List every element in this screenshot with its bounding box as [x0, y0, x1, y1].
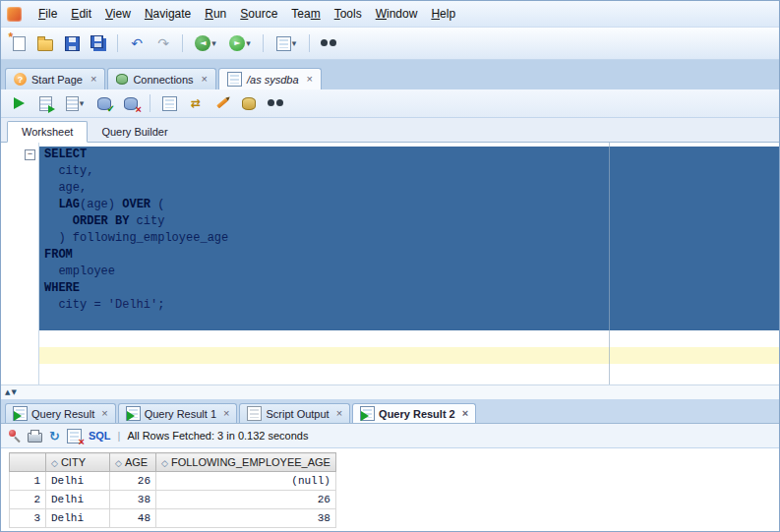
run-statement-icon[interactable] — [7, 91, 30, 115]
cell-city[interactable]: Delhi — [46, 509, 110, 528]
menu-team[interactable]: Team — [284, 4, 327, 24]
tab-label: Query Result 2 — [379, 408, 455, 420]
cell-following[interactable]: 38 — [156, 509, 336, 528]
editor-gutter: − — [1, 143, 39, 384]
tab-script-output[interactable]: Script Output × — [239, 403, 350, 423]
find-db-icon[interactable] — [264, 91, 287, 115]
cell-age[interactable]: 38 — [110, 491, 156, 509]
run-script-icon[interactable] — [33, 91, 57, 115]
sql-link[interactable]: SQL — [89, 430, 111, 442]
close-icon[interactable]: × — [223, 408, 229, 419]
code-line: city, — [39, 163, 779, 180]
cell-following[interactable]: 26 — [156, 491, 336, 509]
cell-city[interactable]: Delhi — [46, 472, 110, 491]
editor-code[interactable]: SELECT city, age, LAG(age) OVER ( ORDER … — [39, 143, 779, 384]
new-worksheet-icon[interactable]: ▾ — [270, 31, 302, 55]
clear-results-icon[interactable] — [67, 429, 82, 443]
menu-tools[interactable]: Tools — [328, 4, 369, 24]
app-icon — [7, 7, 22, 22]
redo-icon[interactable]: ↷ — [151, 31, 175, 55]
tab-connections[interactable]: Connections × — [107, 68, 216, 89]
code-line: city = 'Delhi'; — [39, 297, 779, 314]
refresh-icon[interactable]: ↻ — [49, 429, 60, 443]
close-icon[interactable]: × — [462, 408, 468, 419]
menu-navigate[interactable]: Navigate — [138, 4, 198, 24]
row-number[interactable]: 2 — [10, 491, 46, 509]
tab-query-result[interactable]: Query Result × — [5, 403, 116, 423]
save-icon[interactable] — [60, 31, 84, 55]
autotrace-icon[interactable]: ⇄ — [184, 91, 208, 115]
menu-help[interactable]: Help — [424, 4, 462, 24]
explain-plan-icon[interactable]: ▾ — [60, 91, 90, 115]
toolbar-separator: | — [118, 430, 121, 442]
tab-start-page[interactable]: Start Page × — [5, 68, 105, 89]
cell-age[interactable]: 26 — [110, 472, 156, 491]
document-tab-bar: Start Page × Connections × /as sysdba × — [1, 60, 779, 89]
undo-icon[interactable]: ↶ — [125, 31, 149, 55]
table-row: 2 Delhi 38 26 — [10, 491, 336, 509]
sql-history-icon[interactable] — [237, 91, 261, 115]
back-icon[interactable]: ◄▾ — [190, 31, 221, 55]
clear-icon[interactable] — [210, 91, 234, 115]
cell-following[interactable]: (null) — [156, 472, 336, 491]
menu-window[interactable]: Window — [369, 4, 425, 24]
results-grid: ◇CITY ◇AGE ◇FOLLOWING_EMPLOYEE_AGE 1 Del… — [1, 448, 779, 531]
find-icon[interactable] — [317, 31, 340, 55]
tab-as-sysdba[interactable]: /as sysdba × — [218, 68, 322, 89]
code-line: FROM — [39, 247, 779, 264]
close-icon[interactable]: × — [307, 74, 313, 85]
tab-worksheet[interactable]: Worksheet — [7, 121, 88, 143]
cell-city[interactable]: Delhi — [46, 491, 110, 509]
unshared-worksheet-icon[interactable] — [157, 91, 181, 115]
splitter-up-icon[interactable]: ▲ — [5, 389, 10, 396]
splitter-down-icon[interactable]: ▼ — [11, 389, 16, 396]
toolbar-separator — [309, 34, 310, 52]
menu-source[interactable]: Source — [233, 4, 284, 24]
tab-query-builder[interactable]: Query Builder — [88, 122, 181, 142]
query-result-icon — [360, 406, 375, 421]
sort-icon: ◇ — [115, 458, 122, 468]
code-line: LAG(age) OVER ( — [39, 197, 779, 213]
results-tab-bar: Query Result × Query Result 1 × Script O… — [1, 399, 779, 424]
close-icon[interactable]: × — [101, 408, 107, 419]
close-icon[interactable]: × — [336, 408, 342, 419]
new-file-icon[interactable] — [7, 31, 30, 55]
close-icon[interactable]: × — [90, 74, 96, 85]
tab-query-result-1[interactable]: Query Result 1 × — [118, 403, 238, 423]
query-result-icon — [13, 406, 28, 421]
print-icon[interactable] — [28, 433, 42, 443]
menu-view[interactable]: View — [98, 4, 138, 24]
commit-icon[interactable] — [92, 91, 116, 115]
column-header-city[interactable]: ◇CITY — [46, 453, 110, 472]
pin-icon[interactable] — [9, 430, 21, 442]
sql-editor[interactable]: − SELECT city, age, LAG(age) OVER ( ORDE… — [1, 143, 779, 384]
menu-file[interactable]: File — [31, 4, 64, 24]
query-result-icon — [126, 406, 141, 421]
cell-age[interactable]: 48 — [110, 509, 156, 528]
rollback-icon[interactable] — [119, 91, 143, 115]
close-icon[interactable]: × — [202, 74, 208, 85]
code-line: SELECT — [39, 147, 779, 163]
code-line: ) following_employee_age — [39, 230, 779, 247]
right-margin-guide — [609, 143, 610, 384]
tab-query-result-2[interactable]: Query Result 2 × — [352, 403, 476, 423]
menu-items: FileEditViewNavigateRunSourceTeamToolsWi… — [31, 4, 462, 24]
code-fold-icon[interactable]: − — [25, 149, 35, 160]
table-row: 3 Delhi 48 38 — [10, 509, 336, 528]
column-header-age[interactable]: ◇AGE — [110, 453, 156, 472]
row-number[interactable]: 1 — [10, 472, 46, 491]
code-line: ORDER BY city — [39, 213, 779, 230]
menu-edit[interactable]: Edit — [64, 4, 98, 24]
row-number[interactable]: 3 — [10, 509, 46, 528]
sort-icon: ◇ — [161, 458, 168, 468]
chevron-down-icon: ▾ — [211, 38, 216, 48]
save-all-icon[interactable] — [87, 31, 110, 55]
menu-run[interactable]: Run — [198, 4, 233, 24]
table-row: 1 Delhi 26 (null) — [10, 472, 336, 491]
splitter[interactable]: ▲ ▼ — [1, 384, 779, 399]
forward-icon[interactable]: ►▾ — [224, 31, 256, 55]
tab-label: Script Output — [266, 408, 329, 420]
column-header-following-employee-age[interactable]: ◇FOLLOWING_EMPLOYEE_AGE — [156, 453, 336, 472]
main-toolbar: ↶ ↷ ◄▾ ►▾ ▾ — [1, 28, 779, 60]
open-folder-icon[interactable] — [33, 31, 57, 55]
